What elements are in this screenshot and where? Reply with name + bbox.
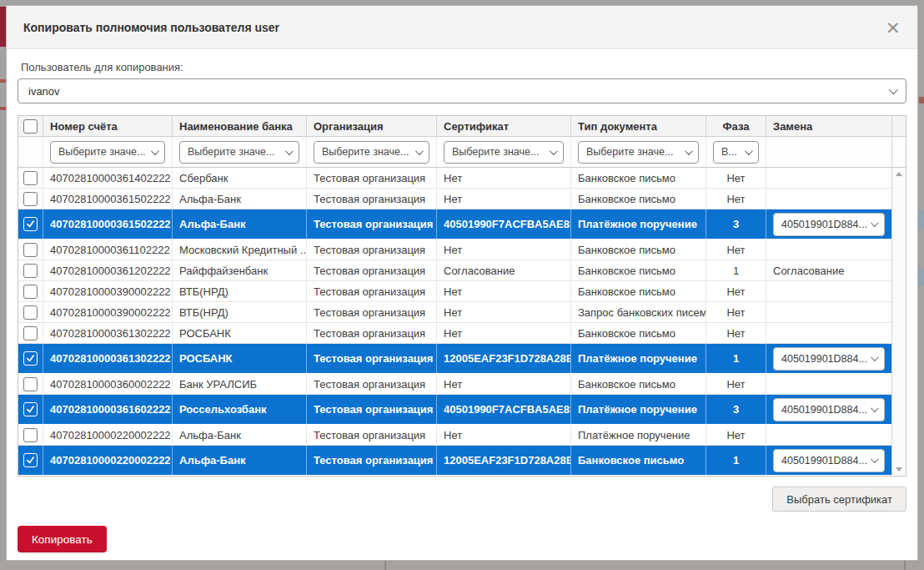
cell-organization: Тестовая организация — [307, 281, 437, 301]
cell-bank: ВТБ(НРД) — [173, 281, 307, 301]
cell-account: 40702810000361202222 — [43, 260, 173, 280]
scroll-down-icon[interactable] — [896, 467, 902, 472]
cell-account: 40702810000361402222 — [43, 168, 173, 188]
table-row[interactable]: 40702810000361302222РОСБАНКТестовая орга… — [18, 344, 891, 374]
user-select[interactable]: ivanov — [18, 78, 906, 103]
cell-account: 40702810000361602222 — [43, 395, 173, 424]
table-row[interactable]: 40702810000390002222ВТБ(НРД)Тестовая орг… — [18, 302, 891, 323]
cell-document-type: Запрос банковских писем — [571, 302, 706, 322]
cell-certificate: Согласование — [437, 260, 571, 280]
column-header-certificate[interactable]: Сертификат — [437, 116, 571, 136]
row-checkbox[interactable] — [23, 326, 38, 340]
column-header-replacement[interactable]: Замена — [766, 116, 891, 136]
cell-certificate: Нет — [437, 302, 571, 322]
cell-organization: Тестовая организация — [307, 168, 437, 188]
table-row[interactable]: 40702810000361202222РайффайзенбанкТестов… — [18, 260, 891, 281]
row-checkbox[interactable] — [23, 243, 38, 257]
table-row[interactable]: 40702810000220002222Альфа-БанкТестовая о… — [18, 425, 891, 446]
copy-button[interactable]: Копировать — [18, 526, 107, 552]
row-checkbox-checked[interactable] — [23, 351, 38, 366]
row-checkbox-cell — [18, 209, 43, 239]
cell-account: 40702810000360002222 — [43, 374, 173, 394]
cell-organization: Тестовая организация — [307, 425, 437, 445]
cell-certificate: Нет — [437, 425, 571, 445]
row-checkbox-cell — [18, 446, 43, 475]
row-checkbox[interactable] — [23, 428, 38, 442]
cell-certificate: Нет — [437, 374, 571, 394]
column-header-organization[interactable]: Организация — [307, 116, 437, 136]
table-row[interactable]: 40702810000361502222Альфа-БанкТестовая о… — [18, 189, 891, 209]
filter-organization[interactable]: Выберите значе... — [314, 141, 429, 164]
cell-phase: 1 — [706, 260, 766, 280]
vertical-scrollbar[interactable] — [891, 168, 906, 476]
table-row[interactable]: 40702810000361502222Альфа-БанкТестовая о… — [18, 209, 891, 240]
chevron-down-icon — [415, 147, 424, 155]
filter-phase[interactable]: В... — [713, 141, 759, 164]
row-checkbox[interactable] — [23, 377, 38, 391]
chevron-down-icon — [871, 219, 879, 227]
table-row[interactable]: 40702810000390002222ВТБ(НРД)Тестовая орг… — [18, 281, 891, 302]
column-header-document-type[interactable]: Тип документа — [571, 116, 706, 136]
cell-replacement — [766, 323, 891, 343]
cell-organization: Тестовая организация — [307, 302, 437, 322]
scroll-up-icon[interactable] — [896, 172, 902, 176]
filter-placeholder: Выберите значе... — [188, 146, 274, 158]
table-row[interactable]: 40702810000361402222СбербанкТестовая орг… — [18, 168, 891, 189]
table-row[interactable]: 40702810000361302222РОСБАНКТестовая орга… — [18, 323, 891, 344]
filter-certificate[interactable]: Выберите значе... — [444, 141, 564, 164]
cell-phase: Нет — [706, 374, 766, 394]
filter-placeholder: Выберите значе... — [586, 146, 673, 158]
cell-organization: Тестовая организация — [307, 260, 437, 280]
backdrop-fragment — [904, 561, 906, 570]
cell-document-type: Платёжное поручение — [571, 395, 706, 424]
cell-organization: Тестовая организация — [307, 209, 437, 239]
select-certificate-button[interactable]: Выбрать сертификат — [772, 487, 906, 512]
row-checkbox-cell — [18, 189, 43, 209]
select-all-checkbox[interactable] — [23, 119, 38, 134]
cell-document-type: Банковское письмо — [571, 260, 706, 280]
row-checkbox-checked[interactable] — [23, 217, 38, 231]
column-header-bank[interactable]: Наименование банка — [173, 116, 307, 136]
table-row[interactable]: 40702810000360002222Банк УРАЛСИБТестовая… — [18, 374, 891, 395]
table-row[interactable]: 40702810000361102222Московский Кредитный… — [18, 240, 891, 260]
row-checkbox-checked[interactable] — [23, 453, 38, 467]
row-checkbox[interactable] — [23, 171, 38, 185]
row-checkbox-checked[interactable] — [23, 402, 38, 416]
column-header-account[interactable]: Номер счёта — [43, 116, 173, 136]
filter-account[interactable]: Выберите значе... — [50, 141, 165, 164]
cell-replacement: 405019901D884... — [766, 446, 891, 475]
cell-certificate: 12005EAF23F1D728A28E... — [437, 446, 571, 475]
row-checkbox[interactable] — [23, 305, 38, 320]
cell-document-type: Банковское письмо — [571, 240, 706, 260]
cell-phase: Нет — [706, 240, 766, 260]
filter-bank[interactable]: Выберите значе... — [179, 141, 299, 164]
close-icon[interactable]: × — [886, 18, 901, 37]
cell-replacement — [766, 302, 891, 322]
cell-certificate: Нет — [437, 281, 571, 301]
table-row[interactable]: 40702810000220002222Альфа-БанкТестовая о… — [18, 446, 891, 476]
cell-bank: Альфа-Банк — [173, 425, 307, 445]
chevron-down-icon — [871, 353, 879, 361]
backdrop-fragment — [0, 107, 6, 110]
replacement-select[interactable]: 405019901D884... — [773, 347, 885, 371]
table-filter-row: Выберите значе... Выберите значе... Выбе… — [18, 137, 906, 168]
cell-document-type: Банковское письмо — [571, 281, 706, 301]
row-checkbox-cell — [18, 281, 43, 301]
filter-placeholder: В... — [721, 146, 737, 158]
chevron-down-icon — [550, 147, 558, 155]
cell-document-type: Банковское письмо — [571, 323, 706, 343]
backdrop-fragment — [918, 269, 924, 285]
row-checkbox[interactable] — [23, 192, 38, 206]
row-checkbox[interactable] — [23, 264, 38, 278]
row-checkbox-cell — [18, 260, 43, 280]
replacement-value: 405019901D884... — [781, 353, 867, 365]
filter-document-type[interactable]: Выберите значе... — [578, 141, 699, 164]
column-header-phase[interactable]: Фаза — [706, 116, 766, 136]
chevron-down-icon — [685, 147, 693, 155]
cell-organization: Тестовая организация — [307, 189, 437, 209]
table-row[interactable]: 40702810000361602222РоссельхозбанкТестов… — [18, 395, 891, 425]
row-checkbox[interactable] — [23, 285, 38, 299]
replacement-select[interactable]: 405019901D884... — [773, 449, 885, 472]
replacement-select[interactable]: 405019901D884... — [773, 398, 885, 421]
replacement-select[interactable]: 405019901D884... — [773, 213, 885, 236]
